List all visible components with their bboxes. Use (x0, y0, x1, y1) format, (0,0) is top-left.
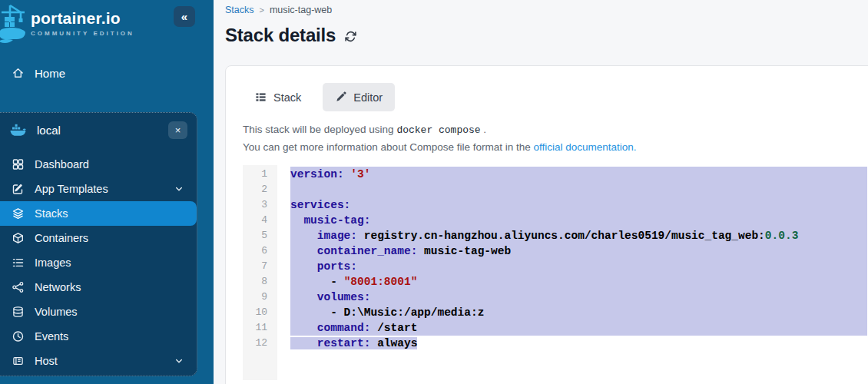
code-line[interactable]: image: registry.cn-hangzhou.aliyuncs.com… (290, 228, 867, 243)
tab-label: Editor (353, 91, 383, 104)
code-line[interactable]: container_name: music-tag-web (290, 243, 867, 259)
page-title: Stack details (225, 25, 336, 46)
code-token: - (290, 276, 344, 288)
sidebar-item-home[interactable]: Home (0, 61, 214, 84)
sidebar-item-volumes[interactable]: Volumes (0, 300, 197, 324)
deploy-note: This stack will be deployed using docker… (243, 124, 867, 136)
environment-panel: local × Dashboard App Templates (0, 112, 197, 376)
code-line[interactable]: ports: (290, 259, 867, 274)
tab-stack[interactable]: Stack (243, 83, 313, 111)
chevron-down-icon (174, 184, 184, 194)
code-line[interactable]: version: '3' (290, 167, 867, 182)
editor-code[interactable]: version: '3'services: music-tag: image: … (277, 165, 867, 380)
deploy-method-code: docker compose (396, 124, 480, 136)
code-line[interactable]: music-tag: (290, 213, 867, 228)
code-token: "8001:8001" (344, 276, 418, 288)
code-token (290, 245, 317, 257)
code-token: container_name: (317, 245, 418, 257)
code-token (290, 322, 317, 334)
line-number: 1 (243, 167, 267, 182)
host-icon (12, 355, 25, 367)
sidebar-item-label: App Templates (35, 183, 108, 195)
deploy-note-text: This stack will be deployed using (243, 124, 394, 135)
code-line[interactable]: restart: always (290, 336, 867, 351)
sidebar-item-label: Networks (35, 281, 81, 293)
line-number: 11 (243, 320, 267, 336)
sidebar-item-images[interactable]: Images (0, 250, 197, 275)
sidebar-item-label: Host (35, 355, 58, 367)
line-number: 5 (243, 228, 267, 243)
docs-note-text: You can get more information about Compo… (243, 141, 531, 153)
docker-whale-icon (10, 124, 27, 137)
logo-subtitle: COMMUNITY EDITION (31, 30, 134, 37)
code-token: music-tag: (303, 214, 370, 227)
breadcrumb-stacks-link[interactable]: Stacks (225, 5, 254, 15)
stack-details-card: Stack Editor This stack will be deployed… (225, 65, 868, 384)
sidebar-item-containers[interactable]: Containers (0, 226, 197, 250)
tab-editor[interactable]: Editor (323, 83, 395, 111)
sidebar-item-host[interactable]: Host (0, 349, 197, 373)
environment-nav: Dashboard App Templates St (0, 152, 197, 373)
chevron-down-icon (174, 356, 184, 366)
sidebar-item-events[interactable]: Events (0, 324, 197, 349)
networks-icon (12, 281, 25, 293)
breadcrumb: Stacks > music-tag-web (225, 0, 868, 15)
code-token: music-tag-web (417, 245, 511, 257)
tab-label: Stack (273, 91, 301, 104)
sidebar-item-label: Images (35, 257, 71, 269)
sidebar-item-dashboard[interactable]: Dashboard (0, 152, 197, 177)
code-line[interactable]: services: (290, 197, 867, 213)
environment-name: local (37, 124, 61, 137)
sidebar: portainer.io COMMUNITY EDITION « Home (0, 0, 214, 384)
code-token (290, 337, 317, 349)
line-number: 4 (243, 213, 267, 228)
portainer-app: portainer.io COMMUNITY EDITION « Home (0, 0, 868, 384)
sidebar-item-networks[interactable]: Networks (0, 275, 197, 300)
line-number: 3 (243, 197, 267, 213)
environment-close-button[interactable]: × (168, 121, 187, 139)
app-templates-icon (12, 183, 25, 195)
line-number: 2 (243, 182, 267, 197)
sidebar-item-label: Volumes (35, 306, 78, 318)
sidebar-item-stacks[interactable]: Stacks (0, 201, 197, 226)
sidebar-item-app-templates[interactable]: App Templates (0, 177, 197, 201)
home-label: Home (35, 67, 65, 80)
code-line[interactable] (290, 182, 867, 197)
line-number: 6 (243, 243, 267, 259)
official-documentation-link[interactable]: official documentation. (533, 141, 636, 153)
code-token (290, 214, 303, 227)
editor-gutter: 123456789101112 (243, 165, 277, 380)
pencil-icon (335, 91, 346, 103)
environment-header[interactable]: local × (0, 113, 197, 147)
code-line[interactable]: - D:\Music:/app/media:z (290, 305, 867, 320)
line-number: 7 (243, 259, 267, 274)
sidebar-item-label: Containers (35, 232, 88, 244)
events-icon (12, 330, 25, 343)
code-token: 0.0.3 (765, 230, 799, 242)
code-token: version: (290, 168, 344, 180)
code-line[interactable]: command: /start (290, 320, 867, 336)
title-row: Stack details (225, 25, 868, 46)
code-token (290, 230, 317, 242)
main-content: Stacks > music-tag-web Stack details Sta… (214, 0, 868, 384)
code-token (290, 260, 317, 273)
tab-bar: Stack Editor (243, 83, 867, 111)
code-line[interactable]: volumes: (290, 290, 867, 305)
refresh-icon[interactable] (344, 30, 357, 43)
sidebar-item-label: Dashboard (35, 158, 89, 170)
sidebar-collapse-button[interactable]: « (174, 6, 195, 27)
code-token: /start (370, 322, 417, 334)
breadcrumb-separator: > (260, 5, 264, 15)
sidebar-item-label: Events (35, 330, 68, 343)
sidebar-item-label: Stacks (35, 207, 68, 220)
code-token: volumes: (317, 291, 371, 303)
deploy-note-period: . (483, 124, 486, 135)
home-icon (12, 67, 25, 79)
line-number: 12 (243, 336, 267, 351)
images-icon (12, 257, 25, 269)
code-line[interactable]: - "8001:8001" (290, 274, 867, 290)
logo-row: portainer.io COMMUNITY EDITION « (0, 0, 214, 52)
line-number: 10 (243, 305, 267, 320)
breadcrumb-current: music-tag-web (270, 5, 332, 15)
compose-editor[interactable]: 123456789101112 version: '3'services: mu… (243, 165, 867, 380)
